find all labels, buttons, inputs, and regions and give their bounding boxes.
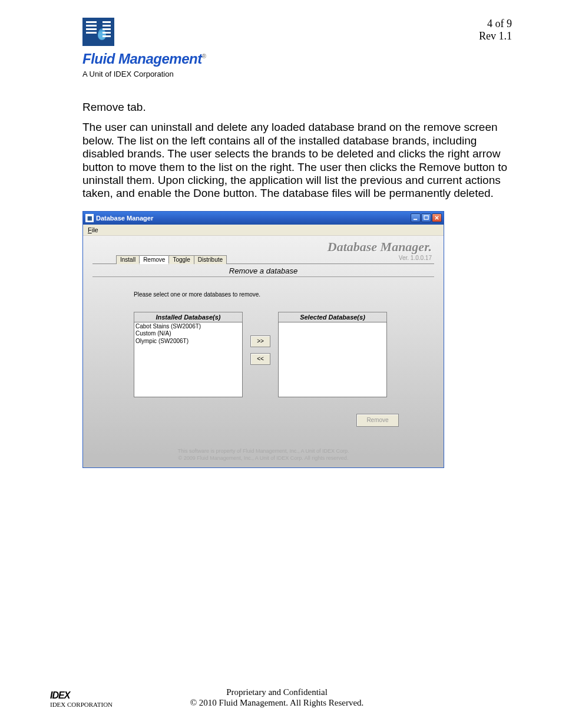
move-left-button[interactable]: << (250, 353, 270, 365)
app-heading: Database Manager. (328, 239, 432, 255)
revision: Rev 1.1 (479, 30, 512, 42)
window-title: Database Manager (96, 215, 153, 222)
tab-toggle[interactable]: Toggle (168, 255, 194, 264)
instruction-text: Please select one or more databases to r… (134, 291, 434, 298)
legal-text: This software is property of Fluid Manag… (92, 448, 434, 462)
minimize-icon (413, 215, 418, 220)
maximize-icon (424, 215, 429, 220)
tab-install[interactable]: Install (116, 255, 140, 264)
close-button[interactable] (432, 213, 442, 222)
idex-logo-sub: IDEX CORPORATION (50, 701, 113, 708)
company-logo-block: Fluid Management® A Unit of IDEX Corpora… (82, 18, 236, 78)
list-item[interactable]: Olympic (SW2006T) (135, 338, 241, 345)
legal-line: © 2009 Fluid Management, Inc., A Unit of… (92, 455, 434, 462)
menu-bar: File (83, 225, 444, 236)
svg-rect-0 (414, 219, 417, 220)
panel-subtitle: Remove a database (92, 264, 434, 275)
footer-line: Proprietary and Confidential (113, 687, 441, 697)
list-item[interactable]: Cabot Stains (SW2006T) (135, 323, 241, 331)
menu-file[interactable]: File (88, 226, 98, 233)
app-version: Ver. 1.0.0.17 (399, 255, 432, 261)
footer-line: © 2010 Fluid Management. All Rights Rese… (113, 697, 441, 708)
installed-list[interactable]: Cabot Stains (SW2006T) Custom (N/A) Olym… (134, 322, 243, 397)
tab-remove[interactable]: Remove (139, 255, 169, 264)
selected-list-header: Selected Database(s) (278, 312, 387, 322)
app-icon: ▦ (85, 214, 94, 222)
legal-line: This software is property of Fluid Manag… (92, 448, 434, 455)
remove-button[interactable]: Remove (356, 414, 399, 427)
selected-list[interactable] (278, 322, 387, 397)
move-right-button[interactable]: >> (250, 335, 270, 347)
database-manager-window: ▦ Database Manager File Database Manager… (82, 211, 444, 468)
list-item[interactable]: Custom (N/A) (135, 330, 241, 338)
page-meta: 4 of 9 Rev 1.1 (479, 18, 512, 42)
footer-center: Proprietary and Confidential © 2010 Flui… (113, 687, 441, 708)
section-paragraph: The user can uninstall and delete any lo… (82, 121, 512, 200)
window-titlebar[interactable]: ▦ Database Manager (83, 212, 444, 225)
brand-name: Fluid Management® (82, 51, 236, 67)
idex-logo: IDEX (50, 690, 113, 701)
section-heading: Remove tab. (82, 101, 512, 114)
close-icon (434, 215, 439, 220)
registered-mark: ® (202, 53, 206, 60)
page-number: 4 of 9 (479, 18, 512, 30)
brand-subtitle: A Unit of IDEX Corporation (82, 70, 236, 78)
tab-distribute[interactable]: Distribute (194, 255, 227, 264)
fm-logo-icon (82, 18, 114, 46)
footer-logo-block: IDEX IDEX CORPORATION (50, 690, 113, 708)
minimize-button[interactable] (411, 213, 421, 222)
maximize-button[interactable] (421, 213, 431, 222)
installed-list-header: Installed Database(s) (134, 312, 243, 322)
svg-rect-1 (424, 216, 428, 219)
